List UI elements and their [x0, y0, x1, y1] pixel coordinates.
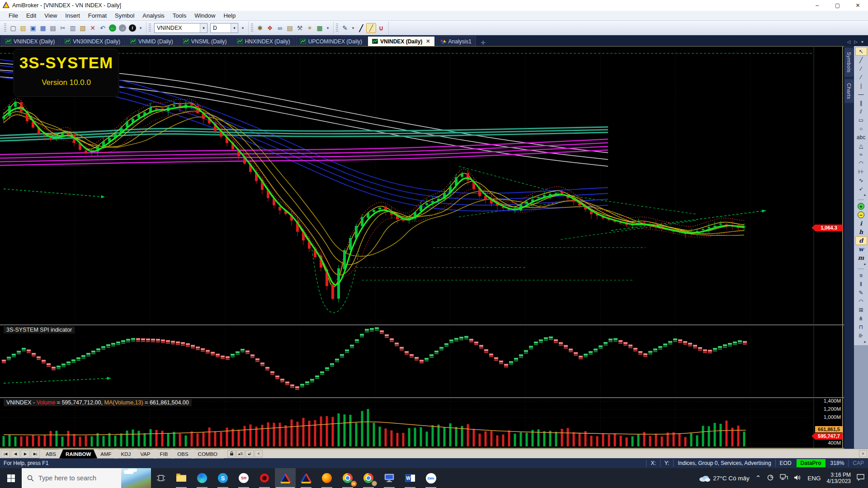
chart-tab[interactable]: VNMID (Daily) ✕: [126, 36, 178, 46]
close-button[interactable]: ✕: [848, 0, 868, 11]
magnet-snap-button[interactable]: ∪: [376, 23, 386, 33]
save-all-icon[interactable]: ▦: [38, 23, 48, 33]
taskbar-amibroker-active[interactable]: [275, 468, 296, 488]
fib-levels-tool-icon[interactable]: ≡: [855, 271, 867, 280]
chevron-down-icon[interactable]: ▾: [200, 23, 207, 33]
wand-icon[interactable]: ✶: [305, 23, 315, 33]
save-icon[interactable]: ▣: [28, 23, 38, 33]
action-center-button[interactable]: [857, 474, 864, 482]
pencil-draw-button[interactable]: ✎: [340, 23, 350, 33]
volume-icon[interactable]: [794, 474, 802, 482]
toolbar-grip[interactable]: ••••: [858, 267, 864, 271]
toolbar-overflow-button[interactable]: ▾: [240, 23, 246, 33]
new-file-icon[interactable]: ▢: [8, 23, 18, 33]
zoom-in-button[interactable]: +: [855, 202, 867, 211]
interval-monthly-button[interactable]: m: [855, 253, 867, 262]
zigzag-tool-icon[interactable]: ∿: [855, 176, 867, 184]
taskbar-remote-desktop[interactable]: [379, 468, 400, 488]
undo-icon[interactable]: ↶: [98, 23, 108, 33]
toolbar-grip[interactable]: [251, 23, 253, 33]
network-icon[interactable]: [780, 474, 788, 482]
forward-button[interactable]: →: [118, 23, 127, 33]
color-palette-icon[interactable]: ❖: [265, 23, 275, 33]
taskbar-amibroker-2[interactable]: [296, 468, 316, 488]
menu-item[interactable]: Edit: [22, 11, 40, 21]
sheet-tab[interactable]: VAP: [134, 449, 156, 459]
interval-weekly-button[interactable]: w: [855, 245, 867, 253]
pointer-tool-icon[interactable]: ↖: [855, 47, 867, 56]
toolbar-grip[interactable]: [336, 23, 338, 33]
language-indicator[interactable]: ENG: [807, 475, 821, 482]
onedrive-icon[interactable]: [767, 474, 774, 482]
clock[interactable]: 3:16 PM 4/13/2023: [827, 472, 851, 484]
notes-icon[interactable]: ▤: [285, 23, 295, 33]
interval-combobox[interactable]: D ▾: [210, 23, 238, 33]
price-chart-canvas[interactable]: [0, 46, 844, 449]
gann-fan-tool-icon[interactable]: ⋔: [855, 314, 867, 323]
chart-tab[interactable]: UPCOMINDEX (Daily) ✕: [296, 36, 367, 46]
sheet-scroll-right-button[interactable]: >: [859, 450, 867, 457]
menu-item[interactable]: Symbol: [111, 11, 138, 21]
interval-intraday-button[interactable]: i: [855, 219, 867, 228]
toolbar-grip[interactable]: [149, 23, 151, 33]
zoom-out-button[interactable]: −: [855, 211, 867, 219]
tools-hammer-icon[interactable]: ⚒: [295, 23, 305, 33]
pitchfork-tool-icon[interactable]: ⫽: [855, 107, 867, 116]
weather-status[interactable]: 27°C Có mây: [698, 474, 749, 482]
sheet-last-button[interactable]: ▶|: [31, 450, 40, 458]
parallel-lines-tool-icon[interactable]: ∥: [855, 99, 867, 107]
search-input[interactable]: Type here to search: [22, 468, 151, 488]
solid-line-tool-button[interactable]: ╱: [356, 23, 366, 33]
toolbar-overflow-button[interactable]: ▾: [137, 23, 144, 33]
toolbar-grip[interactable]: ••••: [858, 198, 864, 202]
lock-sheet-button[interactable]: [227, 450, 236, 457]
tab-menu-button[interactable]: ▾: [861, 39, 863, 44]
insert-section-button[interactable]: ▴S: [236, 450, 245, 457]
parameters-icon[interactable]: ✱: [255, 23, 265, 33]
sheet-prev-button[interactable]: ◀: [11, 450, 20, 458]
horizontal-segment-tool-icon[interactable]: —: [855, 90, 867, 99]
menu-item[interactable]: Analysis: [138, 11, 168, 21]
ray-tool-icon[interactable]: ∕: [855, 64, 867, 73]
menu-item[interactable]: File: [5, 11, 22, 21]
taskbar-skype[interactable]: S: [212, 468, 233, 488]
paste-icon[interactable]: ▧: [78, 23, 88, 33]
taskbar-ssi[interactable]: SH: [233, 468, 254, 488]
sidebar-tab-charts[interactable]: Charts: [844, 79, 854, 103]
chart-tab[interactable]: HNXINDEX (Daily) ✕: [232, 36, 295, 46]
fib-grid-tool-icon[interactable]: ⊞: [855, 305, 867, 314]
taskbar-chrome-h[interactable]: H: [337, 468, 358, 488]
sheet-tab[interactable]: OBS: [171, 449, 194, 459]
sheet-first-button[interactable]: |◀: [1, 450, 10, 458]
toolbar-grip[interactable]: [4, 23, 6, 33]
draw-pencil-tool-icon[interactable]: ✎: [855, 288, 867, 297]
chevron-down-icon[interactable]: ▾: [231, 23, 238, 33]
menu-item[interactable]: Help: [219, 11, 240, 21]
start-button[interactable]: [0, 468, 22, 488]
menu-item[interactable]: View: [40, 11, 61, 21]
chart-tab[interactable]: VNINDEX (Daily) ✕: [368, 36, 435, 46]
taskbar-firefox[interactable]: [316, 468, 337, 488]
menu-item[interactable]: Format: [84, 11, 111, 21]
extended-line-tool-icon[interactable]: ⁄: [855, 73, 867, 81]
gann-box-tool-icon[interactable]: ⊓: [855, 323, 867, 331]
menu-item[interactable]: Insert: [61, 11, 84, 21]
cycle-lines-tool-icon[interactable]: ⊪: [855, 331, 867, 340]
sheet-tab[interactable]: KDJ: [115, 449, 137, 459]
toolbar-expand-button[interactable]: ▸: [855, 340, 867, 345]
delete-icon[interactable]: ✕: [88, 23, 98, 33]
cut-icon[interactable]: ✂: [58, 23, 68, 33]
taskbar-recorder[interactable]: [254, 468, 275, 488]
chart-image-icon[interactable]: ▩: [315, 23, 325, 33]
view-glasses-icon[interactable]: ∞: [275, 23, 285, 33]
rectangle-tool-icon[interactable]: ▭: [855, 116, 867, 124]
minimize-button[interactable]: –: [807, 0, 827, 11]
taskbar-word[interactable]: W: [400, 468, 420, 488]
menu-item[interactable]: Window: [190, 11, 219, 21]
vertical-line-tool-icon[interactable]: ∣: [855, 81, 867, 90]
taskbar-file-explorer[interactable]: [171, 468, 192, 488]
tab-scroll-left-button[interactable]: ◁: [847, 39, 851, 44]
taskbar-edge[interactable]: [192, 468, 212, 488]
interval-daily-button[interactable]: d: [855, 236, 867, 245]
chart-tab[interactable]: Analysis1 ✕: [436, 36, 476, 46]
